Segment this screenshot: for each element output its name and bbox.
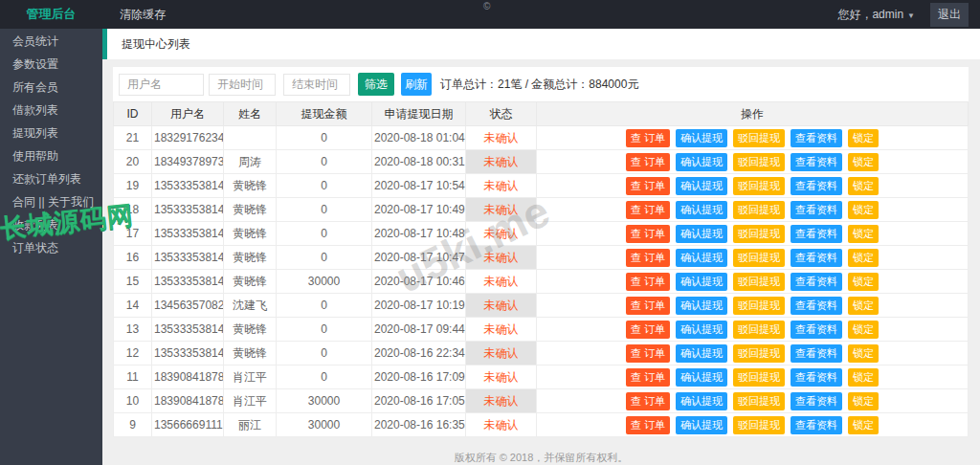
view-order-button[interactable]: 查 订单 (626, 225, 670, 243)
lock-button[interactable]: 锁定 (848, 249, 879, 267)
view-profile-button[interactable]: 查看资料 (791, 297, 842, 315)
lock-button[interactable]: 锁定 (848, 344, 879, 363)
confirm-withdraw-button[interactable]: 确认提现 (676, 297, 727, 315)
row-actions-cell: 查 订单确认提现驳回提现查看资料锁定 (537, 174, 969, 198)
end-time-input[interactable] (283, 74, 350, 96)
confirm-withdraw-button[interactable]: 确认提现 (676, 201, 727, 219)
row-status-cell: 未确认 (466, 174, 537, 198)
view-order-button[interactable]: 查 订单 (626, 392, 670, 410)
user-menu[interactable]: 您好，admin▼ (837, 7, 915, 23)
confirm-withdraw-button[interactable]: 确认提现 (676, 416, 727, 434)
reject-withdraw-button[interactable]: 驳回提现 (733, 225, 785, 243)
reject-withdraw-button[interactable]: 驳回提现 (733, 368, 785, 387)
lock-button[interactable]: 锁定 (848, 225, 879, 243)
view-profile-button[interactable]: 查看资料 (791, 416, 842, 434)
reject-withdraw-button[interactable]: 驳回提现 (733, 249, 785, 267)
lock-button[interactable]: 锁定 (848, 321, 879, 339)
row-username: 13533353814 (152, 198, 224, 222)
view-order-button[interactable]: 查 订单 (626, 368, 670, 387)
sidebar-item-2[interactable]: 所有会员 (0, 76, 102, 99)
reject-withdraw-button[interactable]: 驳回提现 (733, 153, 785, 171)
view-order-button[interactable]: 查 订单 (626, 177, 670, 195)
view-profile-button[interactable]: 查看资料 (791, 392, 842, 410)
view-order-button[interactable]: 查 订单 (626, 416, 670, 434)
clear-cache-menu-item[interactable]: 清除缓存 (120, 7, 166, 23)
view-profile-button[interactable]: 查看资料 (791, 273, 842, 291)
column-header: ID (114, 102, 152, 126)
filter-button[interactable]: 筛选 (358, 73, 394, 96)
lock-button[interactable]: 锁定 (848, 392, 879, 410)
view-profile-button[interactable]: 查看资料 (791, 344, 842, 363)
lock-button[interactable]: 锁定 (848, 416, 879, 434)
confirm-withdraw-button[interactable]: 确认提现 (676, 249, 727, 267)
confirm-withdraw-button[interactable]: 确认提现 (676, 153, 727, 171)
refresh-button[interactable]: 刷新 (401, 73, 432, 96)
reject-withdraw-button[interactable]: 驳回提现 (733, 344, 785, 363)
reject-withdraw-button[interactable]: 驳回提现 (733, 416, 785, 434)
confirm-withdraw-button[interactable]: 确认提现 (676, 344, 727, 363)
reject-withdraw-button[interactable]: 驳回提现 (733, 177, 785, 195)
row-date: 2020-08-17 09:44:10 (372, 318, 466, 342)
row-id: 15 (114, 270, 152, 294)
reject-withdraw-button[interactable]: 驳回提现 (733, 129, 785, 147)
view-profile-button[interactable]: 查看资料 (791, 201, 842, 219)
row-status-cell: 未确认 (466, 198, 537, 222)
status-badge: 未确认 (484, 394, 519, 408)
lock-button[interactable]: 锁定 (848, 201, 879, 219)
view-profile-button[interactable]: 查看资料 (791, 129, 842, 147)
sidebar-item-9[interactable]: 订单状态 (0, 236, 102, 259)
reject-withdraw-button[interactable]: 驳回提现 (733, 297, 785, 315)
confirm-withdraw-button[interactable]: 确认提现 (676, 225, 727, 243)
row-actions-cell: 查 订单确认提现驳回提现查看资料锁定 (537, 126, 969, 150)
lock-button[interactable]: 锁定 (848, 297, 879, 315)
confirm-withdraw-button[interactable]: 确认提现 (676, 368, 727, 387)
row-date: 2020-08-18 00:31:09 (372, 150, 466, 174)
confirm-withdraw-button[interactable]: 确认提现 (676, 129, 727, 147)
sidebar-item-7[interactable]: 合同 || 关于我们 (0, 190, 102, 213)
lock-button[interactable]: 锁定 (848, 273, 879, 291)
confirm-withdraw-button[interactable]: 确认提现 (676, 321, 727, 339)
view-order-button[interactable]: 查 订单 (626, 321, 670, 339)
view-order-button[interactable]: 查 订单 (626, 344, 670, 363)
sidebar-item-8[interactable]: 收款列表 (0, 213, 102, 236)
row-id: 11 (114, 365, 152, 389)
view-profile-button[interactable]: 查看资料 (791, 321, 842, 339)
view-order-button[interactable]: 查 订单 (626, 297, 670, 315)
reject-withdraw-button[interactable]: 驳回提现 (733, 321, 785, 339)
reject-withdraw-button[interactable]: 驳回提现 (733, 273, 785, 291)
sidebar-item-4[interactable]: 提现列表 (0, 122, 102, 144)
table-row: 1513533353814黄晓锋300002020-08-17 10:46:57… (114, 270, 969, 294)
reject-withdraw-button[interactable]: 驳回提现 (733, 392, 785, 410)
view-order-button[interactable]: 查 订单 (626, 201, 670, 219)
start-time-input[interactable] (209, 74, 276, 96)
reject-withdraw-button[interactable]: 驳回提现 (733, 201, 785, 219)
row-username: 13533353814 (152, 270, 224, 294)
lock-button[interactable]: 锁定 (848, 368, 879, 387)
view-order-button[interactable]: 查 订单 (626, 129, 670, 147)
view-profile-button[interactable]: 查看资料 (791, 368, 842, 387)
table-row: 1713533353814黄晓锋02020-08-17 10:48:07未确认查… (114, 222, 969, 246)
confirm-withdraw-button[interactable]: 确认提现 (676, 177, 727, 195)
view-profile-button[interactable]: 查看资料 (791, 177, 842, 195)
sidebar-item-0[interactable]: 会员统计 (0, 30, 102, 53)
lock-button[interactable]: 锁定 (848, 177, 879, 195)
sidebar-item-6[interactable]: 还款订单列表 (0, 167, 102, 190)
view-order-button[interactable]: 查 订单 (626, 153, 670, 171)
view-profile-button[interactable]: 查看资料 (791, 249, 842, 267)
view-profile-button[interactable]: 查看资料 (791, 153, 842, 171)
view-order-button[interactable]: 查 订单 (626, 273, 670, 291)
column-header: 用户名 (152, 102, 224, 126)
lock-button[interactable]: 锁定 (848, 153, 879, 171)
lock-button[interactable]: 锁定 (848, 129, 879, 147)
logout-button[interactable]: 退出 (930, 3, 969, 27)
sidebar-item-3[interactable]: 借款列表 (0, 99, 102, 122)
confirm-withdraw-button[interactable]: 确认提现 (676, 273, 727, 291)
sidebar-item-5[interactable]: 使用帮助 (0, 144, 102, 167)
view-profile-button[interactable]: 查看资料 (791, 225, 842, 243)
username-input[interactable] (119, 74, 204, 96)
row-amount: 0 (277, 342, 372, 365)
row-status-cell: 未确认 (466, 318, 537, 342)
sidebar-item-1[interactable]: 参数设置 (0, 53, 102, 76)
view-order-button[interactable]: 查 订单 (626, 249, 670, 267)
confirm-withdraw-button[interactable]: 确认提现 (676, 392, 727, 410)
